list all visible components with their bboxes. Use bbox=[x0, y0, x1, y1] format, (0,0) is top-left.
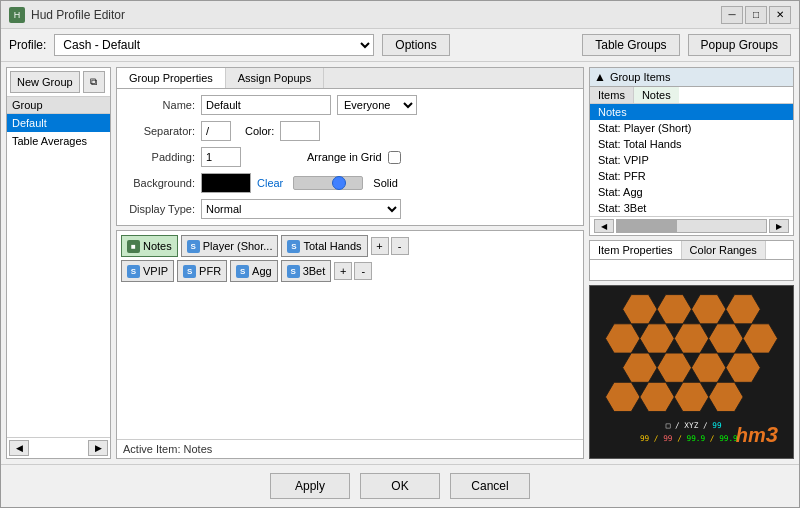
copy-group-button[interactable]: ⧉ bbox=[83, 71, 105, 93]
app-icon: H bbox=[9, 7, 25, 23]
display-type-label: Display Type: bbox=[125, 203, 195, 215]
items-sub-header: Items Notes bbox=[590, 87, 793, 104]
items-list-item-notes[interactable]: Notes bbox=[590, 104, 793, 120]
vpip-icon: S bbox=[127, 265, 140, 278]
close-button[interactable]: ✕ bbox=[769, 6, 791, 24]
logo-number: 3 bbox=[766, 422, 778, 447]
group-items-box: ▲ Group Items Items Notes Notes Stat: Pl… bbox=[589, 67, 794, 236]
separator-label: Separator: bbox=[125, 125, 195, 137]
tab-group-properties[interactable]: Group Properties bbox=[117, 68, 226, 88]
svg-marker-13 bbox=[606, 382, 640, 411]
background-label: Background: bbox=[125, 177, 195, 189]
display-type-select[interactable]: Normal bbox=[201, 199, 401, 219]
grid-item-agg[interactable]: S Agg bbox=[230, 260, 278, 282]
apply-button[interactable]: Apply bbox=[270, 473, 350, 499]
ok-button[interactable]: OK bbox=[360, 473, 440, 499]
svg-marker-3 bbox=[726, 295, 760, 324]
left-panel-header: New Group ⧉ bbox=[7, 68, 110, 97]
add-item-button-2[interactable]: + bbox=[334, 262, 352, 280]
items-scroll-track bbox=[616, 219, 767, 233]
footer: Apply OK Cancel bbox=[1, 464, 799, 507]
separator-input[interactable] bbox=[201, 121, 231, 141]
grid-controls-row2: + - bbox=[334, 262, 372, 280]
pfr-icon: S bbox=[183, 265, 196, 278]
separator-row: Separator: Color: bbox=[125, 121, 575, 141]
collapse-icon[interactable]: ▲ bbox=[594, 70, 606, 84]
middle-panel: Group Properties Assign Popups Name: Eve… bbox=[116, 67, 584, 459]
scroll-left-button[interactable]: ◀ bbox=[9, 440, 29, 456]
solid-label: Solid bbox=[373, 177, 397, 189]
grid-controls-row1: + - bbox=[371, 237, 409, 255]
item-props-content bbox=[590, 260, 793, 280]
grid-item-total-hands[interactable]: S Total Hands bbox=[281, 235, 367, 257]
svg-text:99 / 99 / 99.9 / 99.9: 99 / 99 / 99.9 / 99.9 bbox=[640, 434, 738, 443]
arrange-checkbox[interactable] bbox=[388, 151, 401, 164]
maximize-button[interactable]: □ bbox=[745, 6, 767, 24]
gp-body: Name: Everyone Separator: Color: bbox=[117, 89, 583, 225]
items-scroll-right[interactable]: ▶ bbox=[769, 219, 789, 233]
grid-area: ■ Notes S Player (Shor... S Total Hands bbox=[117, 231, 583, 439]
tab-item-properties[interactable]: Item Properties bbox=[590, 241, 682, 259]
svg-marker-8 bbox=[743, 324, 777, 353]
svg-marker-5 bbox=[640, 324, 674, 353]
grid-item-player[interactable]: S Player (Shor... bbox=[181, 235, 279, 257]
table-groups-button[interactable]: Table Groups bbox=[582, 34, 679, 56]
minimize-button[interactable]: ─ bbox=[721, 6, 743, 24]
grid-item-vpip[interactable]: S VPIP bbox=[121, 260, 174, 282]
logo-text: hm bbox=[736, 424, 766, 446]
active-item-bar: Active Item: Notes bbox=[117, 439, 583, 458]
svg-marker-9 bbox=[623, 353, 657, 382]
group-item-table-averages[interactable]: Table Averages bbox=[7, 132, 110, 150]
items-scroll-left[interactable]: ◀ bbox=[594, 219, 614, 233]
clear-button[interactable]: Clear bbox=[257, 177, 283, 189]
padding-input[interactable] bbox=[201, 147, 241, 167]
total-hands-icon: S bbox=[287, 240, 300, 253]
tab-color-ranges[interactable]: Color Ranges bbox=[682, 241, 766, 259]
tab-items[interactable]: Items bbox=[590, 87, 634, 103]
remove-item-button-2[interactable]: - bbox=[354, 262, 372, 280]
main-window: H Hud Profile Editor ─ □ ✕ Profile: Cash… bbox=[0, 0, 800, 508]
tab-assign-popups[interactable]: Assign Popups bbox=[226, 68, 324, 88]
name-label: Name: bbox=[125, 99, 195, 111]
items-scroll-thumb bbox=[617, 220, 677, 232]
padding-row: Padding: Arrange in Grid bbox=[125, 147, 575, 167]
background-color-picker[interactable] bbox=[201, 173, 251, 193]
items-list-item-vpip[interactable]: Stat: VPIP bbox=[590, 152, 793, 168]
items-list-item-player[interactable]: Stat: Player (Short) bbox=[590, 120, 793, 136]
scroll-right-button[interactable]: ▶ bbox=[88, 440, 108, 456]
group-list: Default Table Averages bbox=[7, 114, 110, 437]
title-bar-left: H Hud Profile Editor bbox=[9, 7, 125, 23]
grid-item-notes-label: Notes bbox=[143, 240, 172, 252]
right-panel: ▲ Group Items Items Notes Notes Stat: Pl… bbox=[589, 67, 794, 459]
color-picker[interactable] bbox=[280, 121, 320, 141]
tab-notes[interactable]: Notes bbox=[634, 87, 679, 103]
svg-marker-10 bbox=[657, 353, 691, 382]
bottom-area: ■ Notes S Player (Shor... S Total Hands bbox=[116, 230, 584, 459]
notes-icon: ■ bbox=[127, 240, 140, 253]
options-button[interactable]: Options bbox=[382, 34, 449, 56]
group-item-default[interactable]: Default bbox=[7, 114, 110, 132]
items-list-item-3bet[interactable]: Stat: 3Bet bbox=[590, 200, 793, 216]
arrange-label: Arrange in Grid bbox=[307, 151, 382, 163]
name-row: Name: Everyone bbox=[125, 95, 575, 115]
add-item-button[interactable]: + bbox=[371, 237, 389, 255]
name-input[interactable] bbox=[201, 95, 331, 115]
svg-marker-16 bbox=[709, 382, 743, 411]
items-list-item-total-hands[interactable]: Stat: Total Hands bbox=[590, 136, 793, 152]
popup-groups-button[interactable]: Popup Groups bbox=[688, 34, 791, 56]
grid-item-3bet[interactable]: S 3Bet bbox=[281, 260, 332, 282]
padding-label: Padding: bbox=[125, 151, 195, 163]
title-bar: H Hud Profile Editor ─ □ ✕ bbox=[1, 1, 799, 29]
grid-item-notes[interactable]: ■ Notes bbox=[121, 235, 178, 257]
items-list-item-pfr[interactable]: Stat: PFR bbox=[590, 168, 793, 184]
new-group-button[interactable]: New Group bbox=[10, 71, 80, 93]
group-items-title: Group Items bbox=[610, 71, 671, 83]
cancel-button[interactable]: Cancel bbox=[450, 473, 530, 499]
window-title: Hud Profile Editor bbox=[31, 8, 125, 22]
remove-item-button[interactable]: - bbox=[391, 237, 409, 255]
profile-select[interactable]: Cash - Default bbox=[54, 34, 374, 56]
player-stat-icon: S bbox=[187, 240, 200, 253]
everyone-select[interactable]: Everyone bbox=[337, 95, 417, 115]
grid-item-pfr[interactable]: S PFR bbox=[177, 260, 227, 282]
items-list-item-agg[interactable]: Stat: Agg bbox=[590, 184, 793, 200]
